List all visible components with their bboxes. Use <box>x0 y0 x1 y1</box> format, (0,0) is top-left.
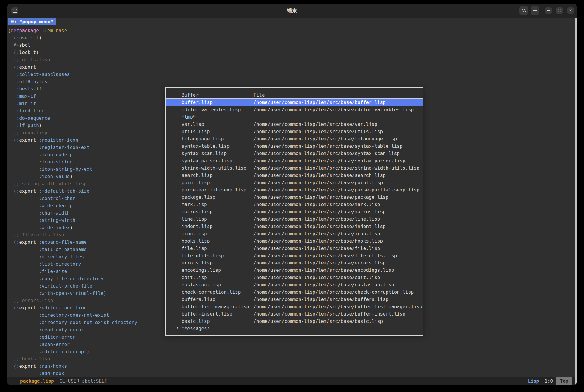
buffer-row[interactable]: file-utils.lisp/home/user/common-lisp/le… <box>166 252 423 259</box>
scrollbar[interactable] <box>575 18 577 385</box>
buffer-row[interactable]: errors.lisp/home/user/common-lisp/lem/sr… <box>166 259 423 266</box>
buffer-row[interactable]: var.lisp/home/user/common-lisp/lem/src/b… <box>166 121 423 128</box>
buffer-row[interactable]: macros.lisp/home/user/common-lisp/lem/sr… <box>166 208 423 215</box>
code-line: :editor-error <box>8 333 137 341</box>
row-marker <box>166 186 182 194</box>
code-line: ;; file-utils.lisp <box>8 231 137 238</box>
close-button[interactable]: ✕ <box>567 7 574 14</box>
buffer-row[interactable]: tmlanguage.lisp/home/user/common-lisp/le… <box>166 135 423 142</box>
buffer-row[interactable]: point.lisp/home/user/common-lisp/lem/src… <box>166 179 423 186</box>
buffer-name-cell: mark.lisp <box>182 201 253 208</box>
buffer-tab[interactable]: 0: *popup menu* <box>8 18 56 25</box>
buffer-row[interactable]: *tmp* <box>166 113 423 121</box>
code-line: :icon-code-p <box>8 151 137 158</box>
buffer-row[interactable]: package.lisp/home/user/common-lisp/lem/s… <box>166 194 423 201</box>
buffer-name-cell: edit.lisp <box>182 274 253 281</box>
file-path-cell: /home/user/common-lisp/lem/src/base/buff… <box>253 303 423 310</box>
code-line: :wide-index) <box>8 224 137 231</box>
buffer-name-cell: hooks.lisp <box>182 237 253 245</box>
buffer-name-cell: *Messages* <box>182 325 253 332</box>
buffer-row[interactable]: buffer-list-manager.lisp/home/user/commo… <box>166 303 423 310</box>
row-marker <box>166 121 182 128</box>
buffer-name-cell: file.lisp <box>182 245 253 252</box>
buffer-name-cell: buffers.lisp <box>182 296 253 303</box>
buffer-row[interactable]: eastasian.lisp/home/user/common-lisp/lem… <box>166 281 423 288</box>
file-path-cell: /home/user/common-lisp/lem/src/base/chec… <box>253 288 423 296</box>
code-line: #+sbcl <box>8 41 137 49</box>
editor-area: 0: *popup menu* (defpackage :lem-base (:… <box>7 18 577 377</box>
buffer-row[interactable]: icon.lisp/home/user/common-lisp/lem/src/… <box>166 230 423 237</box>
row-marker <box>166 194 182 201</box>
buffer-row[interactable]: string-width-utils.lisp/home/user/common… <box>166 164 423 172</box>
modeline-package: CL-USER sbcl:SELF <box>60 377 107 385</box>
row-marker <box>166 201 182 208</box>
minimize-button[interactable] <box>545 7 552 14</box>
row-marker <box>166 99 182 106</box>
file-path-cell: /home/user/common-lisp/lem/src/base/buff… <box>253 310 423 318</box>
code-line: :string-width <box>8 217 137 224</box>
buffer-row[interactable]: editor-variables.lisp/home/user/common-l… <box>166 106 423 113</box>
code-line: ;; errors.lisp <box>8 297 137 304</box>
file-path-cell: /home/user/common-lisp/lem/src/base/hook… <box>253 237 423 245</box>
buffer-row[interactable]: parse-partial-sexp.lisp/home/user/common… <box>166 186 423 194</box>
row-marker <box>166 113 182 121</box>
search-button[interactable] <box>519 6 528 15</box>
code-line: :register-icon-ext <box>8 144 137 151</box>
code-line: :icon-string-by-ext <box>8 165 137 173</box>
buffer-row[interactable]: indent.lisp/home/user/common-lisp/lem/sr… <box>166 223 423 230</box>
buffer-name-cell: package.lisp <box>182 194 253 201</box>
file-path-cell: /home/user/common-lisp/lem/src/base/synt… <box>253 157 423 164</box>
buffer-row[interactable]: encodings.lisp/home/user/common-lisp/lem… <box>166 266 423 274</box>
hamburger-menu-icon <box>533 9 537 12</box>
code-line: ;; icon.lisp <box>8 129 137 136</box>
buffer-name-cell: utils.lisp <box>182 128 253 135</box>
buffer-name-cell: var.lisp <box>182 121 253 128</box>
code-line: :bests-if <box>8 85 137 93</box>
buffer-row[interactable]: edit.lisp/home/user/common-lisp/lem/src/… <box>166 274 423 281</box>
buffer-row[interactable]: **Messages* <box>166 325 423 332</box>
row-marker <box>166 157 182 164</box>
popup-header-row: Buffer File <box>166 91 423 99</box>
buffer-row[interactable]: buffer.lisp/home/user/common-lisp/lem/sr… <box>166 99 423 106</box>
code-line: :control-char <box>8 195 137 202</box>
code-line: :do-sequence <box>8 114 137 122</box>
maximize-button[interactable] <box>556 7 563 14</box>
buffer-name-cell: eastasian.lisp <box>182 281 253 288</box>
file-path-cell: /home/user/common-lisp/lem/src/base/file… <box>253 252 423 259</box>
file-path-cell: /home/user/common-lisp/lem/src/base/var.… <box>253 121 423 128</box>
buffer-row[interactable]: mark.lisp/home/user/common-lisp/lem/src/… <box>166 201 423 208</box>
buffer-row[interactable]: syntax-scan.lisp/home/user/common-lisp/l… <box>166 150 423 157</box>
row-marker <box>166 164 182 172</box>
buffer-row[interactable]: file.lisp/home/user/common-lisp/lem/src/… <box>166 245 423 252</box>
buffer-row[interactable]: hooks.lisp/home/user/common-lisp/lem/src… <box>166 237 423 245</box>
file-path-cell: /home/user/common-lisp/lem/src/base/basi… <box>253 318 423 325</box>
buffer-row[interactable]: buffer-insert.lisp/home/user/common-lisp… <box>166 310 423 318</box>
buffer-row[interactable]: search.lisp/home/user/common-lisp/lem/sr… <box>166 172 423 179</box>
buffer-row[interactable]: utils.lisp/home/user/common-lisp/lem/src… <box>166 128 423 135</box>
buffer-name-cell: indent.lisp <box>182 223 253 230</box>
code-line: :icon-string <box>8 158 137 165</box>
code-line: ;; utils.lisp <box>8 56 137 63</box>
file-path-cell: /home/user/common-lisp/lem/src/base/stri… <box>253 164 423 172</box>
buffer-row[interactable]: syntax-table.lisp/home/user/common-lisp/… <box>166 142 423 150</box>
file-path-cell: /home/user/common-lisp/lem/src/base/buff… <box>253 99 423 106</box>
row-marker <box>166 281 182 288</box>
buffer-row[interactable]: syntax-parser.lisp/home/user/common-lisp… <box>166 157 423 164</box>
buffer-row[interactable]: buffers.lisp/home/user/common-lisp/lem/s… <box>166 296 423 303</box>
buffer-name-cell: parse-partial-sexp.lisp <box>182 186 253 194</box>
buffer-name-cell: buffer.lisp <box>182 99 253 106</box>
buffer-row[interactable]: basic.lisp/home/user/common-lisp/lem/src… <box>166 318 423 325</box>
menu-button[interactable] <box>531 6 539 15</box>
buffer-name-cell: search.lisp <box>182 172 253 179</box>
code-line: :read-only-error <box>8 326 137 333</box>
file-path-cell: /home/user/common-lisp/lem/src/base/synt… <box>253 142 423 150</box>
new-tab-button[interactable]: + <box>11 7 18 14</box>
buffer-name-cell: basic.lisp <box>182 318 253 325</box>
buffer-name-cell: line.lisp <box>182 215 253 223</box>
buffer-row[interactable]: check-corruption.lisp/home/user/common-l… <box>166 288 423 296</box>
code-line: :directory-does-not-exist <box>8 311 137 319</box>
buffer-name-cell: encodings.lisp <box>182 266 253 274</box>
file-path-cell: /home/user/common-lisp/lem/src/base/inde… <box>253 223 423 230</box>
modeline-scroll-badge: Top <box>556 377 572 385</box>
buffer-row[interactable]: line.lisp/home/user/common-lisp/lem/src/… <box>166 215 423 223</box>
